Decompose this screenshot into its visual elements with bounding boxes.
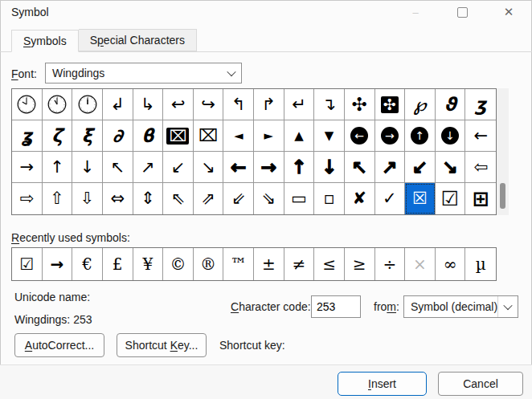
grid-cell-selected[interactable]: ☒	[405, 183, 436, 214]
grid-cell[interactable]: ↙	[405, 152, 436, 183]
grid-cell[interactable]: ʒ	[465, 89, 496, 120]
grid-cell[interactable]: ►	[254, 120, 284, 152]
grid-cell[interactable]: ⊞	[465, 183, 496, 214]
minimize-button[interactable]: –	[392, 0, 439, 24]
grid-cell[interactable]: ℘	[405, 89, 436, 120]
grid-cell[interactable]: ▫	[314, 183, 345, 214]
grid-cell[interactable]: ⇕	[133, 183, 164, 214]
symbol-glyph: ↘	[201, 159, 215, 176]
grid-cell[interactable]: ⌧	[194, 120, 224, 152]
grid-cell[interactable]: €	[72, 248, 103, 280]
grid-cell[interactable]: ▼	[314, 120, 345, 152]
grid-cell[interactable]: ↓	[314, 152, 345, 183]
grid-cell[interactable]: £	[103, 248, 133, 280]
grid-cell[interactable]: ϑ	[436, 89, 466, 120]
grid-cell[interactable]: →	[375, 120, 406, 152]
grid-cell[interactable]: ≥	[345, 248, 375, 280]
grid-cell[interactable]: ξ	[72, 120, 103, 152]
grid-cell[interactable]: ↩	[163, 89, 194, 120]
grid-cell[interactable]: ↖	[345, 152, 375, 183]
grid-cell[interactable]: ÷	[375, 248, 406, 280]
grid-cell[interactable]: ↗	[133, 152, 164, 183]
grid-cell[interactable]: ✘	[345, 183, 375, 214]
grid-cell[interactable]: ≠	[284, 248, 315, 280]
autocorrect-button[interactable]: AutoCorrect...	[14, 333, 104, 357]
scrollbar-thumb[interactable]	[500, 183, 505, 209]
grid-cell[interactable]: ↲	[103, 89, 133, 120]
grid-cell[interactable]: ▭	[284, 183, 315, 214]
grid-cell[interactable]: ʓ	[12, 120, 43, 152]
insert-button[interactable]: Insert	[338, 372, 427, 396]
grid-cell[interactable]: ∂	[103, 120, 133, 152]
grid-cell[interactable]: ↘	[436, 152, 466, 183]
grid-cell[interactable]: ↴	[314, 89, 345, 120]
grid-cell[interactable]: ◄	[223, 120, 254, 152]
tab-special-characters[interactable]: Special Characters	[79, 29, 197, 51]
symbol-glyph: ↩	[171, 96, 186, 113]
symbol-glyph: ►	[264, 130, 274, 142]
grid-cell[interactable]: ⇔	[103, 183, 133, 214]
grid-cell[interactable]: ↑	[284, 152, 315, 183]
close-button[interactable]: ✕	[485, 0, 532, 24]
grid-cell[interactable]: µ	[465, 248, 496, 280]
cancel-button[interactable]: Cancel	[438, 372, 523, 396]
grid-cell[interactable]: ↵	[284, 89, 315, 120]
grid-cell[interactable]: ↳	[133, 89, 164, 120]
grid-cell[interactable]: ⇖	[163, 183, 194, 214]
grid-cell[interactable]: ✣	[345, 89, 375, 120]
grid-cell[interactable]: ϐ	[133, 120, 164, 152]
grid-cell[interactable]: ⇧	[43, 183, 73, 214]
grid-cell[interactable]: ⇙	[223, 183, 254, 214]
grid-cell[interactable]: ↘	[194, 152, 224, 183]
grid-cell[interactable]: →	[254, 152, 284, 183]
from-dropdown-chevron-box[interactable]	[497, 296, 518, 317]
grid-cell[interactable]: ☑	[12, 248, 43, 280]
grid-cell[interactable]: ←	[465, 120, 496, 152]
grid-cell[interactable]: ×	[405, 248, 436, 280]
grid-cell[interactable]: ⇦	[465, 152, 496, 183]
grid-cell[interactable]	[72, 89, 103, 120]
grid-cell[interactable]: ζ	[43, 120, 73, 152]
grid-cell[interactable]: ▲	[284, 120, 315, 152]
font-dropdown[interactable]: Wingdings	[45, 63, 242, 83]
from-dropdown[interactable]: Symbol (decimal)	[403, 295, 518, 318]
font-dropdown-chevron-box[interactable]	[222, 63, 241, 83]
grid-cell[interactable]: ✓	[375, 183, 406, 214]
grid-cell[interactable]: ↙	[163, 152, 194, 183]
symbol-grid-scrollbar[interactable]	[497, 88, 509, 215]
grid-cell[interactable]	[12, 89, 43, 120]
symbol-glyph: ⇦	[473, 159, 488, 176]
grid-cell[interactable]: ⇗	[194, 183, 224, 214]
grid-cell[interactable]: ™	[223, 248, 254, 280]
character-code-input[interactable]	[311, 295, 361, 318]
grid-cell[interactable]: →	[43, 248, 73, 280]
grid-cell[interactable]	[43, 89, 73, 120]
grid-cell[interactable]: ←	[223, 152, 254, 183]
grid-cell[interactable]: ®	[194, 248, 224, 280]
grid-cell[interactable]: ☑	[436, 183, 466, 214]
grid-cell[interactable]: →	[12, 152, 43, 183]
grid-cell[interactable]: ⇨	[12, 183, 43, 214]
grid-cell[interactable]: ↑	[43, 152, 73, 183]
grid-cell[interactable]: ↗	[375, 152, 406, 183]
grid-cell[interactable]: ≤	[314, 248, 345, 280]
maximize-button[interactable]	[439, 0, 485, 24]
grid-cell[interactable]: ↱	[254, 89, 284, 120]
grid-cell[interactable]: ±	[254, 248, 284, 280]
grid-cell[interactable]: ∞	[436, 248, 466, 280]
tab-symbols[interactable]: Symbols	[11, 30, 79, 52]
shortcut-key-button[interactable]: Shortcut Key...	[117, 333, 207, 357]
grid-cell[interactable]: ↑	[405, 120, 436, 152]
grid-cell[interactable]: ©	[163, 248, 194, 280]
grid-cell[interactable]: ✣	[375, 89, 406, 120]
grid-cell[interactable]: ↓	[436, 120, 466, 152]
grid-cell[interactable]: ⌧	[163, 120, 194, 152]
grid-cell[interactable]: ↓	[72, 152, 103, 183]
grid-cell[interactable]: ↖	[103, 152, 133, 183]
grid-cell[interactable]: ⇩	[72, 183, 103, 214]
grid-cell[interactable]: ¥	[133, 248, 164, 280]
grid-cell[interactable]: ⇘	[254, 183, 284, 214]
grid-cell[interactable]: ←	[345, 120, 375, 152]
grid-cell[interactable]: ↪	[194, 89, 224, 120]
grid-cell[interactable]: ↰	[223, 89, 254, 120]
